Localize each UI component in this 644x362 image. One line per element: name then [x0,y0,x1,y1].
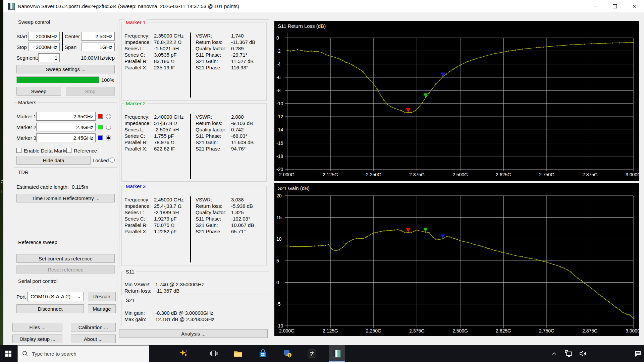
marker2-color-swatch[interactable] [98,125,103,129]
stop-input[interactable] [28,43,60,51]
svg-text:2.125G: 2.125G [323,172,338,177]
marker-data-row: S11 Phase:-29.71° [196,52,264,58]
files-button[interactable]: Files ... [12,323,62,331]
display-setup-button[interactable]: Display setup ... [12,335,62,343]
marker-data-row: Frequency:2.35000 GHz [124,33,190,39]
set-reference-button[interactable]: Set current as reference [16,254,115,263]
marker3-label: Marker 3 [16,135,36,141]
taskbar-item-nanovna-saver[interactable] [329,345,345,362]
marker-data-row: Return loss:-9.103 dB [196,120,264,126]
marker-data-row: S21 Phase:116.93° [196,64,264,71]
start-label: Start [16,34,27,39]
tray-network[interactable] [561,345,576,362]
marker1-input[interactable] [36,112,96,121]
reset-reference-button[interactable]: Reset reference [16,265,115,274]
sweep-button[interactable]: Sweep [16,87,61,96]
tdr-button[interactable]: Time Domain Reflectometry ... [16,194,115,202]
center-input[interactable] [81,32,115,41]
taskbar-item-security[interactable] [279,345,296,362]
sweep-settings-button[interactable]: Sweep settings ... [16,65,115,73]
tray-volume[interactable] [576,345,590,362]
taskbar-item-task-view[interactable] [206,345,222,362]
reference-checkbox[interactable] [66,148,71,153]
marker-box-3-title: Marker 3 [124,183,147,189]
marker-box-2-title: Marker 2 [124,101,147,106]
marker-box-1: Marker 1 Frequency:2.35000 GHzImpedance:… [121,22,267,101]
marker-data-row: Return loss:-11.367 dB [124,288,266,294]
svg-text:10: 10 [276,236,282,242]
marker-data-row: VSWR:3.038 [196,196,264,203]
taskbar-item-store[interactable] [255,345,271,362]
taskbar-item-file-explorer[interactable] [230,345,246,362]
cable-length-label: Estimated cable length: [16,184,69,190]
marker1-fields-left: Frequency:2.35000 GHzImpedance:76.8-j22.… [124,33,190,98]
disconnect-button[interactable]: Disconnect [16,304,84,313]
svg-text:2.750G: 2.750G [539,172,554,177]
tray-action-center[interactable] [632,345,644,362]
hide-data-button[interactable]: Hide data [16,156,91,165]
svg-text:5: 5 [276,258,279,263]
locked-toggle[interactable] [110,158,115,163]
marker-data-row: Impedance:51-j37.8 Ω [124,120,190,126]
title-bar: NanoVNA Saver 0.6.2.post1.dev2+g2f8c534 … [3,0,644,12]
rescan-button[interactable]: Rescan [88,292,116,301]
segments-input[interactable] [38,53,60,62]
svg-text:-4: -4 [276,61,281,67]
s11-return-loss-chart[interactable]: S11 Return Loss (dB)0-2-4-6-8-10-12-14-1… [274,21,639,181]
svg-text:2.250G: 2.250G [366,172,381,177]
marker-data-row: S11 Phase:-102.03° [196,216,264,222]
marker-data-row: Min VSWR:1.740 @ 2.35000GHz [124,281,266,288]
marker3-input[interactable] [36,133,96,142]
close-button[interactable]: ✕ [625,0,644,12]
marker1-color-swatch[interactable] [98,114,103,119]
marker-data-row: Series C:1.755 pF [124,133,190,139]
start-input[interactable] [28,32,60,41]
svg-text:2.500G: 2.500G [452,172,468,177]
svg-text:S11 Return Loss (dB): S11 Return Loss (dB) [278,23,326,29]
s11-summary-legend: S11 [124,269,136,275]
about-button[interactable]: About ... [71,335,116,343]
arrows-transfer-icon [307,349,317,358]
taskbar-search-box[interactable]: Type here to search [17,345,149,362]
marker-data-row: Quality factor:1.325 [196,209,264,216]
window-title: NanoVNA Saver 0.6.2.post1.dev2+g2f8c534 … [18,3,239,9]
manage-button[interactable]: Manage [88,304,116,313]
s21-gain-chart[interactable]: S21 Gain (dB)20151050-5-102.000G2.125G2.… [274,183,639,336]
marker3-color-swatch[interactable] [98,135,103,140]
port-select[interactable]: COM10 (S-A-A-2) ⌄ [28,292,84,301]
enable-delta-marker-checkbox[interactable] [16,148,21,153]
marker2-radio[interactable] [106,125,111,130]
marker2-input[interactable] [36,123,96,131]
search-placeholder: Type here to search [32,351,76,357]
taskbar-item-sync-app[interactable] [304,345,320,362]
marker3-radio[interactable] [106,135,111,140]
desktop-icon-label-fragment: L [1,190,3,194]
chart-svg-s21: S21 Gain (dB)20151050-5-102.000G2.125G2.… [274,183,639,336]
marker1-radio[interactable] [106,114,111,119]
calibration-button[interactable]: Calibration ... [71,323,116,331]
marker-data-row: Parallel X:622.62 fF [124,145,190,152]
span-input[interactable] [81,43,115,51]
marker-data-row: Impedance:25.4-j33.7 Ω [124,203,190,209]
stop-sweep-button[interactable]: Stop [66,87,115,96]
marker-data-row: Series L:-2.1889 nH [124,209,190,216]
maximize-icon [613,4,617,8]
task-view-icon [209,349,218,358]
start-button[interactable] [0,345,17,362]
minimize-button[interactable] [586,0,605,12]
svg-text:-2: -2 [276,48,281,54]
marker1-label: Marker 1 [16,114,36,119]
marker-data-row: Parallel X:235.19 fF [124,64,190,71]
center-label: Center [65,34,80,39]
analysis-button[interactable]: Analysis ... [119,329,268,338]
marker-data-row: VSWR:2.080 [196,114,264,120]
marker3-fields-left: Frequency:2.45000 GHzImpedance:25.4-j33.… [124,196,190,262]
taskbar-item-copilot[interactable] [176,345,192,362]
tray-show-hidden-icons[interactable] [547,345,561,362]
marker-data-row: Frequency:2.45000 GHz [124,196,190,203]
marker-data-row: Parallel R:83.186 Ω [124,58,190,64]
svg-text:0: 0 [276,35,279,41]
svg-text:2.875G: 2.875G [582,328,598,334]
step-size-text: 10.00MHz/step [64,55,115,61]
maximize-button[interactable] [605,0,625,12]
